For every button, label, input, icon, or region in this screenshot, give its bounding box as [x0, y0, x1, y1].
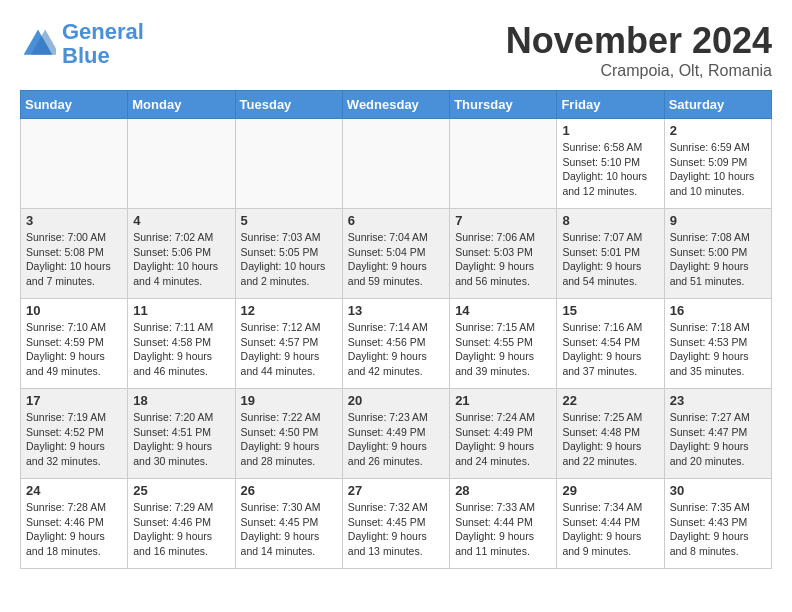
day-info: Sunrise: 7:08 AM Sunset: 5:00 PM Dayligh…	[670, 230, 766, 289]
day-cell: 11Sunrise: 7:11 AM Sunset: 4:58 PM Dayli…	[128, 299, 235, 389]
day-cell	[450, 119, 557, 209]
day-number: 5	[241, 213, 337, 228]
day-cell	[21, 119, 128, 209]
day-info: Sunrise: 7:22 AM Sunset: 4:50 PM Dayligh…	[241, 410, 337, 469]
day-cell: 10Sunrise: 7:10 AM Sunset: 4:59 PM Dayli…	[21, 299, 128, 389]
day-info: Sunrise: 7:04 AM Sunset: 5:04 PM Dayligh…	[348, 230, 444, 289]
day-number: 15	[562, 303, 658, 318]
day-info: Sunrise: 7:18 AM Sunset: 4:53 PM Dayligh…	[670, 320, 766, 379]
day-info: Sunrise: 6:58 AM Sunset: 5:10 PM Dayligh…	[562, 140, 658, 199]
day-info: Sunrise: 7:34 AM Sunset: 4:44 PM Dayligh…	[562, 500, 658, 559]
day-info: Sunrise: 7:02 AM Sunset: 5:06 PM Dayligh…	[133, 230, 229, 289]
day-number: 11	[133, 303, 229, 318]
weekday-header-wednesday: Wednesday	[342, 91, 449, 119]
day-info: Sunrise: 7:10 AM Sunset: 4:59 PM Dayligh…	[26, 320, 122, 379]
day-info: Sunrise: 7:23 AM Sunset: 4:49 PM Dayligh…	[348, 410, 444, 469]
day-cell: 21Sunrise: 7:24 AM Sunset: 4:49 PM Dayli…	[450, 389, 557, 479]
logo-blue: Blue	[62, 43, 110, 68]
page-header: General Blue November 2024 Crampoia, Olt…	[20, 20, 772, 80]
day-info: Sunrise: 7:14 AM Sunset: 4:56 PM Dayligh…	[348, 320, 444, 379]
day-cell: 8Sunrise: 7:07 AM Sunset: 5:01 PM Daylig…	[557, 209, 664, 299]
day-cell: 27Sunrise: 7:32 AM Sunset: 4:45 PM Dayli…	[342, 479, 449, 569]
day-cell: 9Sunrise: 7:08 AM Sunset: 5:00 PM Daylig…	[664, 209, 771, 299]
day-info: Sunrise: 7:32 AM Sunset: 4:45 PM Dayligh…	[348, 500, 444, 559]
week-row-5: 24Sunrise: 7:28 AM Sunset: 4:46 PM Dayli…	[21, 479, 772, 569]
day-number: 17	[26, 393, 122, 408]
day-cell: 25Sunrise: 7:29 AM Sunset: 4:46 PM Dayli…	[128, 479, 235, 569]
weekday-header-sunday: Sunday	[21, 91, 128, 119]
week-row-4: 17Sunrise: 7:19 AM Sunset: 4:52 PM Dayli…	[21, 389, 772, 479]
day-cell: 20Sunrise: 7:23 AM Sunset: 4:49 PM Dayli…	[342, 389, 449, 479]
weekday-header-row: SundayMondayTuesdayWednesdayThursdayFrid…	[21, 91, 772, 119]
day-number: 8	[562, 213, 658, 228]
day-cell: 13Sunrise: 7:14 AM Sunset: 4:56 PM Dayli…	[342, 299, 449, 389]
day-info: Sunrise: 7:29 AM Sunset: 4:46 PM Dayligh…	[133, 500, 229, 559]
day-number: 22	[562, 393, 658, 408]
day-cell: 19Sunrise: 7:22 AM Sunset: 4:50 PM Dayli…	[235, 389, 342, 479]
day-info: Sunrise: 7:00 AM Sunset: 5:08 PM Dayligh…	[26, 230, 122, 289]
logo-icon	[20, 26, 56, 62]
day-info: Sunrise: 7:20 AM Sunset: 4:51 PM Dayligh…	[133, 410, 229, 469]
location: Crampoia, Olt, Romania	[506, 62, 772, 80]
day-number: 10	[26, 303, 122, 318]
day-number: 28	[455, 483, 551, 498]
day-number: 21	[455, 393, 551, 408]
logo: General Blue	[20, 20, 144, 68]
day-cell: 5Sunrise: 7:03 AM Sunset: 5:05 PM Daylig…	[235, 209, 342, 299]
logo-text: General Blue	[62, 20, 144, 68]
month-title: November 2024	[506, 20, 772, 62]
day-cell	[235, 119, 342, 209]
day-info: Sunrise: 7:19 AM Sunset: 4:52 PM Dayligh…	[26, 410, 122, 469]
day-cell	[342, 119, 449, 209]
day-info: Sunrise: 7:16 AM Sunset: 4:54 PM Dayligh…	[562, 320, 658, 379]
weekday-header-thursday: Thursday	[450, 91, 557, 119]
day-number: 25	[133, 483, 229, 498]
day-cell: 2Sunrise: 6:59 AM Sunset: 5:09 PM Daylig…	[664, 119, 771, 209]
day-cell	[128, 119, 235, 209]
day-cell: 26Sunrise: 7:30 AM Sunset: 4:45 PM Dayli…	[235, 479, 342, 569]
day-info: Sunrise: 7:06 AM Sunset: 5:03 PM Dayligh…	[455, 230, 551, 289]
day-cell: 29Sunrise: 7:34 AM Sunset: 4:44 PM Dayli…	[557, 479, 664, 569]
day-info: Sunrise: 7:35 AM Sunset: 4:43 PM Dayligh…	[670, 500, 766, 559]
calendar-table: SundayMondayTuesdayWednesdayThursdayFrid…	[20, 90, 772, 569]
weekday-header-friday: Friday	[557, 91, 664, 119]
day-info: Sunrise: 7:28 AM Sunset: 4:46 PM Dayligh…	[26, 500, 122, 559]
day-number: 24	[26, 483, 122, 498]
day-info: Sunrise: 7:27 AM Sunset: 4:47 PM Dayligh…	[670, 410, 766, 469]
weekday-header-tuesday: Tuesday	[235, 91, 342, 119]
day-number: 12	[241, 303, 337, 318]
day-info: Sunrise: 7:07 AM Sunset: 5:01 PM Dayligh…	[562, 230, 658, 289]
day-cell: 1Sunrise: 6:58 AM Sunset: 5:10 PM Daylig…	[557, 119, 664, 209]
day-cell: 16Sunrise: 7:18 AM Sunset: 4:53 PM Dayli…	[664, 299, 771, 389]
day-number: 27	[348, 483, 444, 498]
day-number: 20	[348, 393, 444, 408]
day-number: 29	[562, 483, 658, 498]
day-cell: 22Sunrise: 7:25 AM Sunset: 4:48 PM Dayli…	[557, 389, 664, 479]
weekday-header-saturday: Saturday	[664, 91, 771, 119]
week-row-3: 10Sunrise: 7:10 AM Sunset: 4:59 PM Dayli…	[21, 299, 772, 389]
day-info: Sunrise: 7:25 AM Sunset: 4:48 PM Dayligh…	[562, 410, 658, 469]
day-cell: 15Sunrise: 7:16 AM Sunset: 4:54 PM Dayli…	[557, 299, 664, 389]
day-cell: 24Sunrise: 7:28 AM Sunset: 4:46 PM Dayli…	[21, 479, 128, 569]
day-cell: 7Sunrise: 7:06 AM Sunset: 5:03 PM Daylig…	[450, 209, 557, 299]
week-row-1: 1Sunrise: 6:58 AM Sunset: 5:10 PM Daylig…	[21, 119, 772, 209]
day-number: 14	[455, 303, 551, 318]
day-cell: 12Sunrise: 7:12 AM Sunset: 4:57 PM Dayli…	[235, 299, 342, 389]
day-info: Sunrise: 7:12 AM Sunset: 4:57 PM Dayligh…	[241, 320, 337, 379]
day-number: 4	[133, 213, 229, 228]
day-number: 9	[670, 213, 766, 228]
title-block: November 2024 Crampoia, Olt, Romania	[506, 20, 772, 80]
day-number: 16	[670, 303, 766, 318]
day-number: 19	[241, 393, 337, 408]
day-info: Sunrise: 7:15 AM Sunset: 4:55 PM Dayligh…	[455, 320, 551, 379]
day-cell: 4Sunrise: 7:02 AM Sunset: 5:06 PM Daylig…	[128, 209, 235, 299]
day-info: Sunrise: 7:30 AM Sunset: 4:45 PM Dayligh…	[241, 500, 337, 559]
day-number: 7	[455, 213, 551, 228]
day-cell: 6Sunrise: 7:04 AM Sunset: 5:04 PM Daylig…	[342, 209, 449, 299]
day-cell: 14Sunrise: 7:15 AM Sunset: 4:55 PM Dayli…	[450, 299, 557, 389]
day-cell: 23Sunrise: 7:27 AM Sunset: 4:47 PM Dayli…	[664, 389, 771, 479]
day-cell: 30Sunrise: 7:35 AM Sunset: 4:43 PM Dayli…	[664, 479, 771, 569]
day-cell: 28Sunrise: 7:33 AM Sunset: 4:44 PM Dayli…	[450, 479, 557, 569]
week-row-2: 3Sunrise: 7:00 AM Sunset: 5:08 PM Daylig…	[21, 209, 772, 299]
day-number: 26	[241, 483, 337, 498]
